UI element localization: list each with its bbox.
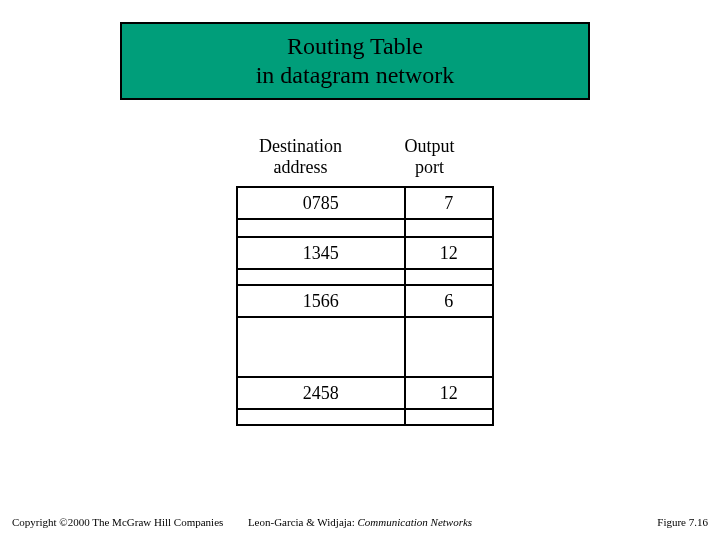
cell-port: 7: [405, 187, 493, 219]
table-headers: Destination address Output port: [236, 132, 494, 182]
footer-center-italic: Communication Networks: [358, 516, 473, 528]
table-gap: [237, 269, 493, 285]
cell-dest: 2458: [237, 377, 405, 409]
footer: Copyright ©2000 The McGraw Hill Companie…: [0, 512, 720, 532]
cell-port: 6: [405, 285, 493, 317]
header-dest-line2: address: [274, 157, 328, 178]
table-row: 2458 12: [237, 377, 493, 409]
cell-dest: 0785: [237, 187, 405, 219]
table-gap: [237, 219, 493, 237]
title-line1: Routing Table: [287, 32, 423, 61]
table-row: 0785 7: [237, 187, 493, 219]
header-output: Output port: [365, 132, 494, 182]
header-out-line1: Output: [404, 136, 454, 157]
table-row: 1345 12: [237, 237, 493, 269]
footer-figure: Figure 7.16: [657, 516, 708, 528]
table-gap: [237, 409, 493, 425]
cell-dest: 1345: [237, 237, 405, 269]
title-line2: in datagram network: [256, 61, 455, 90]
header-out-line2: port: [415, 157, 444, 178]
title-box: Routing Table in datagram network: [120, 22, 590, 100]
routing-table: 0785 7 1345 12 1566 6 2458 12: [236, 186, 494, 426]
header-destination: Destination address: [236, 132, 365, 182]
footer-copyright: Copyright ©2000 The McGraw Hill Companie…: [12, 516, 223, 528]
header-dest-line1: Destination: [259, 136, 342, 157]
table-gap: [237, 317, 493, 377]
cell-dest: 1566: [237, 285, 405, 317]
cell-port: 12: [405, 237, 493, 269]
table-row: 1566 6: [237, 285, 493, 317]
cell-port: 12: [405, 377, 493, 409]
footer-center-prefix: Leon-Garcia & Widjaja:: [248, 516, 358, 528]
